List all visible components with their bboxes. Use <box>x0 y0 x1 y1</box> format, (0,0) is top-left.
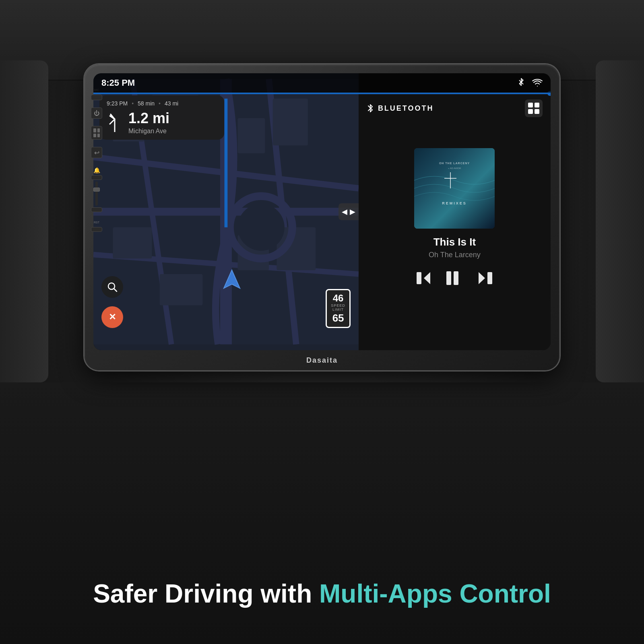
bluetooth-label: BLUETOOTH <box>367 103 434 113</box>
svg-marker-28 <box>424 272 430 284</box>
mic-button[interactable] <box>91 95 102 100</box>
svg-line-21 <box>114 289 117 291</box>
location-arrow <box>222 268 242 294</box>
speed-limit-value: 65 <box>331 312 345 324</box>
map-search-button[interactable] <box>101 276 123 298</box>
media-panel: BLUETOOTH <box>359 73 551 350</box>
eta-distance: 43 mi <box>165 100 178 107</box>
svg-marker-19 <box>224 270 240 288</box>
search-icon <box>107 282 118 292</box>
play-pause-button[interactable] <box>446 271 462 288</box>
volume-up-area: 🔔 <box>93 167 100 173</box>
power-button[interactable]: ⏻ <box>91 107 102 119</box>
media-controls <box>417 271 492 288</box>
svg-rect-29 <box>417 272 421 284</box>
turn-details: 1.2 mi Michigan Ave <box>128 110 169 135</box>
brand-label: Dasaita <box>306 356 338 365</box>
song-title: This Is It <box>433 236 476 248</box>
song-artist: Oh The Larceny <box>429 251 481 259</box>
grid-cell-2 <box>535 103 539 107</box>
screen-content: 9:23 PM • 58 min • 43 mi <box>93 73 551 350</box>
album-art-visual: OH THE LARCENY + AD AVIOR REMIXES <box>414 148 495 229</box>
next-button[interactable] <box>479 272 492 287</box>
turn-arrow-icon <box>107 112 123 132</box>
svg-rect-11 <box>273 99 308 145</box>
volume-handle <box>93 188 100 192</box>
power-icon: ⏻ <box>94 110 99 116</box>
previous-button[interactable] <box>417 272 430 287</box>
map-left-arrow[interactable]: ◀ <box>342 207 347 216</box>
svg-text:OH THE LARCENY: OH THE LARCENY <box>439 162 470 165</box>
svg-rect-30 <box>446 271 451 285</box>
status-icons <box>517 77 543 89</box>
grid-cell-1 <box>528 103 533 107</box>
eta-time: 9:23 PM <box>107 100 128 107</box>
svg-marker-33 <box>479 272 485 284</box>
rst-label: RST <box>94 221 99 224</box>
wifi-icon <box>532 78 543 87</box>
volume-icon: 🔔 <box>93 167 100 173</box>
dashboard-right <box>596 60 644 382</box>
grid-cell-3 <box>528 109 533 114</box>
volume-down-button[interactable] <box>91 207 102 212</box>
speed-label: SPEED LIMIT <box>331 304 345 312</box>
current-time: 8:25 PM <box>101 78 135 88</box>
map-progress-bar <box>93 93 551 94</box>
svg-rect-12 <box>113 227 152 259</box>
svg-rect-15 <box>160 274 203 305</box>
volume-up-button[interactable] <box>91 175 102 180</box>
tagline-text: Safer Driving with Multi-Apps Control <box>32 580 612 608</box>
bluetooth-header: BLUETOOTH <box>367 99 543 117</box>
navigation-card: 9:23 PM • 58 min • 43 mi <box>99 95 224 140</box>
head-unit: MIC ⏻ ↩ 🔔 <box>85 64 559 370</box>
map-right-arrow[interactable]: ▶ <box>350 207 355 216</box>
svg-point-17 <box>238 204 285 251</box>
map-panel: 9:23 PM • 58 min • 43 mi <box>93 73 359 350</box>
bluetooth-media-icon <box>367 103 374 113</box>
turn-street: Michigan Ave <box>128 128 169 135</box>
svg-text:+ AD AVIOR: + AD AVIOR <box>448 167 461 169</box>
device-screen: 8:25 PM <box>93 73 551 350</box>
dashboard-left <box>0 60 48 382</box>
album-art: OH THE LARCENY + AD AVIOR REMIXES <box>414 148 495 229</box>
map-nav-arrows[interactable]: ◀ ▶ <box>339 203 359 220</box>
bluetooth-icon <box>517 77 526 89</box>
grid-cell-4 <box>535 109 539 114</box>
svg-rect-10 <box>238 118 265 153</box>
current-speed: 46 <box>331 293 345 304</box>
svg-text:REMIXES: REMIXES <box>442 201 467 205</box>
volume-slider[interactable] <box>95 182 98 206</box>
svg-rect-34 <box>487 272 492 284</box>
eta-duration: 58 min <box>138 100 155 107</box>
rst-button[interactable] <box>91 227 102 232</box>
turn-distance: 1.2 mi <box>128 110 169 127</box>
device-bezel: MIC ⏻ ↩ 🔔 <box>85 64 559 370</box>
tagline-highlight: Multi-Apps Control <box>319 579 551 608</box>
tagline-static: Safer Driving with <box>93 579 319 608</box>
back-icon: ↩ <box>94 149 99 157</box>
speed-limit-display: 46 SPEED LIMIT 65 <box>326 289 351 328</box>
tagline-section: Safer Driving with Multi-Apps Control <box>0 580 644 608</box>
eta-info: 9:23 PM • 58 min • 43 mi <box>107 100 217 107</box>
map-cancel-button[interactable]: ✕ <box>101 306 123 328</box>
apps-button[interactable] <box>91 126 102 140</box>
cancel-icon: ✕ <box>109 312 116 322</box>
turn-info: 1.2 mi Michigan Ave <box>107 110 217 135</box>
status-bar: 8:25 PM <box>93 73 551 93</box>
svg-rect-31 <box>454 271 458 285</box>
album-art-svg: OH THE LARCENY + AD AVIOR REMIXES <box>414 148 495 229</box>
back-button[interactable]: ↩ <box>91 147 102 158</box>
grid-view-button[interactable] <box>525 99 543 117</box>
